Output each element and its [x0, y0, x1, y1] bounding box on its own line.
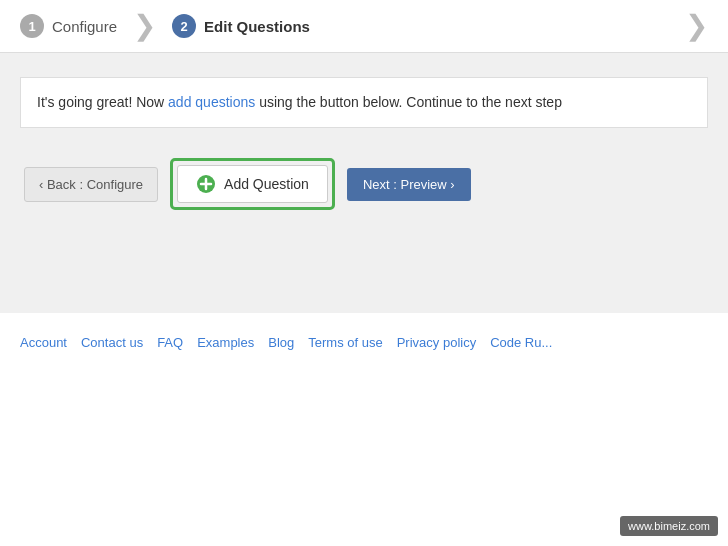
- stepper-chevron-1: ❯: [133, 12, 156, 40]
- step-2-label: Edit Questions: [204, 18, 310, 35]
- watermark: www.bimeiz.com: [620, 516, 718, 536]
- step-2-circle: 2: [172, 14, 196, 38]
- footer-link[interactable]: Privacy policy: [397, 335, 490, 350]
- stepper-chevron-2: ❯: [685, 12, 708, 40]
- footer-link[interactable]: Blog: [268, 335, 308, 350]
- info-text-prefix: It's going great! Now: [37, 94, 168, 110]
- add-question-button[interactable]: Add Question: [177, 165, 328, 203]
- add-question-label: Add Question: [224, 176, 309, 192]
- back-button[interactable]: ‹ Back : Configure: [24, 167, 158, 202]
- footer-link[interactable]: Terms of use: [308, 335, 396, 350]
- info-text-suffix: using the button below. Continue to the …: [255, 94, 562, 110]
- step-1-label: Configure: [52, 18, 117, 35]
- step-2[interactable]: 2 Edit Questions: [172, 14, 310, 38]
- add-questions-link[interactable]: add questions: [168, 94, 255, 110]
- add-question-icon: [196, 174, 216, 194]
- next-button[interactable]: Next : Preview ›: [347, 168, 471, 201]
- footer-link[interactable]: Code Ru...: [490, 335, 566, 350]
- footer-link[interactable]: Examples: [197, 335, 268, 350]
- footer-link[interactable]: Account: [20, 335, 81, 350]
- main-content: It's going great! Now add questions usin…: [0, 53, 728, 313]
- footer-link[interactable]: Contact us: [81, 335, 157, 350]
- footer-link[interactable]: FAQ: [157, 335, 197, 350]
- step-1-circle: 1: [20, 14, 44, 38]
- actions-row: ‹ Back : Configure Add Question Next : P…: [20, 158, 708, 210]
- footer-links: AccountContact usFAQExamplesBlogTerms of…: [0, 313, 728, 360]
- step-1[interactable]: 1 Configure: [20, 14, 117, 38]
- info-message: It's going great! Now add questions usin…: [20, 77, 708, 128]
- stepper: 1 Configure ❯ 2 Edit Questions ❯: [0, 0, 728, 53]
- add-question-wrapper: Add Question: [170, 158, 335, 210]
